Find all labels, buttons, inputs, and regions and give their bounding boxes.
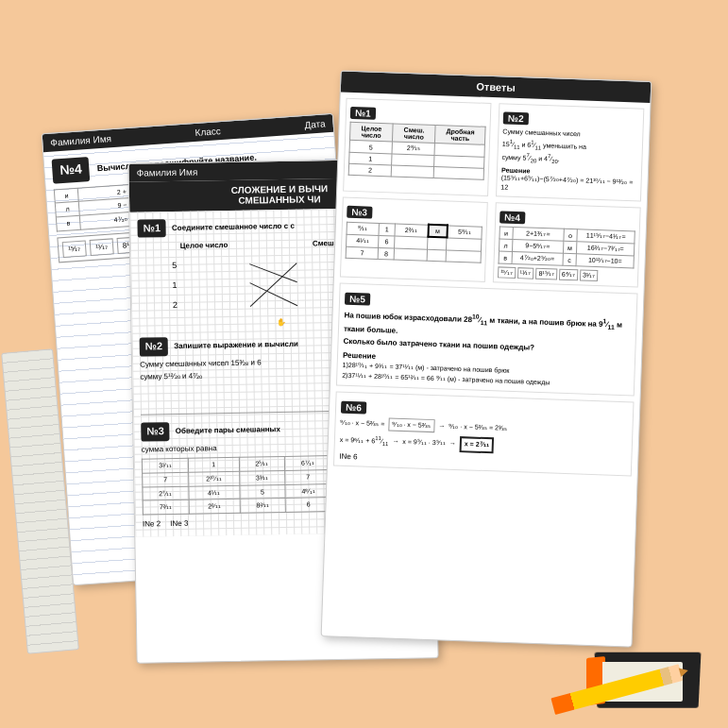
answer-no5: №5 На пошив юбок израсходовали 2810⁄11 м… — [336, 283, 638, 397]
book-decoration — [577, 634, 700, 709]
ine2-label: INe 2 — [143, 518, 161, 530]
ex3-instruction: Обведите пары смешанных — [176, 424, 280, 436]
ans4-cipher: ¹⁵⁄₁₇ ¹¹⁄₁₇ 8¹⁵⁄₁₇ 6⁴⁄₁₇ 3¹⁄₁₇ — [498, 266, 634, 282]
ex3-badge: №3 — [141, 422, 170, 441]
ex2-badge: №2 — [140, 337, 169, 356]
ans5-badge: №5 — [345, 293, 370, 306]
answer-no2: №2 Сумму смешанных чисел 151⁄11 и 61⁄11 … — [496, 103, 644, 201]
svg-line-2 — [249, 262, 297, 306]
header-date-label: Дата — [304, 118, 326, 130]
cards-container: Фамилия Имя Класс Дата №4 Вычислите и ра… — [57, 47, 661, 689]
ans4-badge: №4 — [499, 211, 525, 224]
ex1-badge: №1 — [137, 219, 166, 238]
ine3-label: INe 3 — [170, 518, 188, 530]
header-class-label: Класс — [195, 126, 221, 138]
ans1-table: Целое число Смеш. число Дробная часть 52… — [348, 122, 486, 180]
back-badge: №4 — [52, 157, 91, 183]
ex1-instruction: Соедините смешанное число с с — [172, 221, 295, 233]
answer-no1: №1 Целое число Смеш. число Дробная часть… — [343, 98, 491, 196]
ans3-badge: №3 — [347, 206, 372, 219]
card-front: Ответы №1 Целое число Смеш. число Дробна… — [321, 70, 652, 647]
connection-lines — [245, 253, 302, 311]
ans6-badge: №6 — [341, 401, 366, 415]
middle-header-name: Фамилия Имя — [136, 167, 197, 178]
ans6-diagram: ⁹⁄₁₀ · x − 5²⁄₃₅ = ⁹⁄₁₀ · x − 5²⁄₃₅ → ⁹⁄… — [340, 416, 628, 459]
row-1-2: №1 Целое число Смеш. число Дробная часть… — [343, 98, 644, 202]
ans5-problem: На пошив юбок израсходовали 2810⁄11 м тк… — [343, 308, 631, 358]
front-content: №1 Целое число Смеш. число Дробная часть… — [328, 92, 651, 482]
ans2-solution: (15⁵⁄₁₁+6⁵⁄₁₁)−(5⁷⁄₂₀+4⁷⁄₂₀) = 21¹⁰⁄₁₁ −… — [500, 174, 637, 197]
ans1-badge: №1 — [350, 107, 376, 120]
svg-line-1 — [249, 281, 296, 306]
ans2-badge: №2 — [503, 111, 529, 125]
row-3-4: №3 ⁸⁄₁₁ 1 2²⁄₁₁ м 5⁸⁄₁₁ 4¹⁄₁₁ 6 — [340, 197, 641, 288]
svg-line-0 — [249, 262, 296, 282]
ans2-text: Сумму смешанных чисел 151⁄11 и 61⁄11 уме… — [501, 127, 638, 168]
answer-no6: №6 ⁹⁄₁₀ · x − 5²⁄₃₅ = ⁹⁄₁₀ · x − 5²⁄₃₅ →… — [333, 391, 635, 476]
ans3-grid: ⁸⁄₁₁ 1 2²⁄₁₁ м 5⁸⁄₁₁ 4¹⁄₁₁ 6 7 — [346, 221, 483, 263]
answer-no4: №4 и2+1³⁄₁₇= о11¹⁵⁄₁₇−4¹⁄₁₇= л9−5⁶⁄₁₇= м… — [493, 202, 641, 287]
ex1-col1: Целое число — [180, 240, 229, 251]
ex2-instruction: Запишите выражение и вычисли — [174, 339, 298, 351]
ans4-table: и2+1³⁄₁₇= о11¹⁵⁄₁₇−4¹⁄₁₇= л9−5⁶⁄₁₇= м16²… — [499, 226, 635, 268]
header-name-label: Фамилия Имя — [50, 133, 111, 147]
answer-no3: №3 ⁸⁄₁₁ 1 2²⁄₁₁ м 5⁸⁄₁₁ 4¹⁄₁₁ 6 — [340, 197, 488, 282]
